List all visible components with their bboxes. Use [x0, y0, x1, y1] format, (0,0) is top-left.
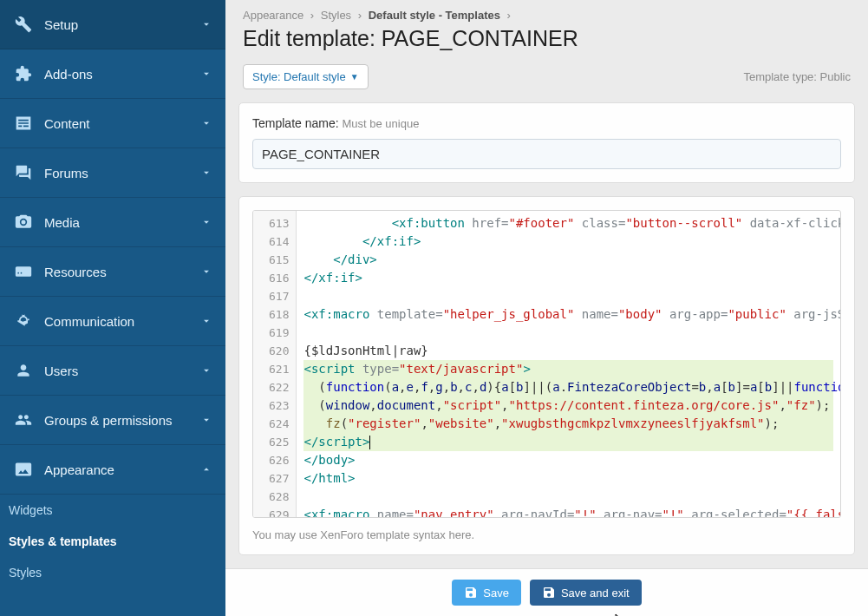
comments-icon — [13, 164, 34, 181]
chevron-down-icon — [200, 315, 212, 327]
sidebar: Setup Add-ons Content Forums Media Resou… — [0, 0, 225, 616]
code-line[interactable]: <xf:macro name="nav_entry" arg-navId="!"… — [303, 506, 833, 517]
nav-item-add-ons[interactable]: Add-ons — [0, 49, 225, 99]
footer-actions: Save Save and exit — [225, 568, 868, 616]
nav-item-resources[interactable]: Resources — [0, 247, 225, 297]
nav-subitem[interactable]: Widgets — [0, 495, 225, 526]
chevron-down-icon — [200, 117, 212, 129]
users-icon — [13, 411, 34, 429]
code-line[interactable]: </script> — [303, 433, 833, 451]
breadcrumb-link[interactable]: Appearance — [243, 9, 303, 22]
nav-item-setup[interactable]: Setup — [0, 0, 225, 49]
code-line[interactable]: (window,document,"script","https://conte… — [303, 396, 833, 415]
nav-label: Media — [44, 215, 200, 230]
code-line[interactable]: </xf:if> — [303, 269, 833, 287]
chevron-down-icon — [200, 414, 212, 426]
nav-label: Resources — [44, 265, 200, 279]
user-icon — [13, 362, 34, 379]
code-line[interactable]: (function(a,e,f,g,b,c,d){a[b]||(a.Fintez… — [303, 378, 833, 396]
save-button[interactable]: Save — [452, 580, 521, 606]
save-exit-button[interactable]: Save and exit — [530, 580, 642, 606]
nav-label: Content — [44, 116, 200, 131]
wrench-icon — [13, 16, 34, 33]
code-line[interactable] — [303, 324, 833, 342]
editor-panel: 6136146156166176186196206216226236246256… — [238, 196, 855, 555]
camera-icon — [13, 213, 34, 231]
main-content: Appearance › Styles › Default style - Te… — [225, 0, 868, 616]
nav-item-users[interactable]: Users — [0, 346, 225, 396]
breadcrumb: Appearance › Styles › Default style - Te… — [225, 0, 868, 26]
nav-label: Add-ons — [44, 67, 200, 82]
nav-label: Groups & permissions — [44, 413, 200, 428]
code-line[interactable]: fz("register","website","xwugbsthgcmkpzl… — [303, 415, 833, 433]
code-line[interactable] — [303, 488, 833, 506]
nav-subitem[interactable]: Styles — [0, 557, 225, 588]
image-icon — [13, 461, 34, 478]
template-type-label: Template type: Public — [743, 70, 851, 83]
news-icon — [13, 115, 34, 132]
chevron-down-icon — [200, 265, 212, 278]
code-editor[interactable]: 6136146156166176186196206216226236246256… — [252, 210, 841, 518]
nav-item-appearance[interactable]: Appearance — [0, 445, 225, 495]
nav-item-media[interactable]: Media — [0, 198, 225, 247]
nav-label: Communication — [44, 314, 200, 329]
nav-label: Setup — [44, 17, 200, 32]
nav-subitem[interactable]: Styles & templates — [0, 526, 225, 557]
code-line[interactable]: </xf:if> — [303, 233, 833, 251]
code-line[interactable]: <xf:button href="#footer" class="button-… — [303, 214, 833, 233]
chevron-up-icon — [200, 463, 212, 475]
code-area[interactable]: <xf:button href="#footer" class="button-… — [297, 211, 840, 517]
chevron-down-icon — [200, 68, 212, 80]
line-gutter: 6136146156166176186196206216226236246256… — [253, 211, 297, 517]
drive-icon — [13, 263, 34, 280]
nav-item-communication[interactable]: Communication — [0, 297, 225, 346]
breadcrumb-link[interactable]: Styles — [321, 9, 351, 22]
puzzle-icon — [13, 65, 34, 82]
code-line[interactable]: <xf:macro template="helper_js_global" na… — [303, 305, 833, 324]
save-icon — [464, 586, 478, 600]
save-icon — [542, 586, 556, 600]
caret-down-icon: ▼ — [350, 72, 359, 82]
chevron-down-icon — [200, 216, 212, 228]
editor-help-text: You may use XenForo template syntax here… — [252, 518, 841, 541]
nav-item-groups-permissions[interactable]: Groups & permissions — [0, 396, 225, 445]
nav-label: Users — [44, 364, 200, 378]
code-line[interactable]: {$ldJsonHtml|raw} — [303, 342, 833, 360]
code-line[interactable]: </div> — [303, 251, 833, 269]
style-selector[interactable]: Style: Default style ▼ — [243, 64, 369, 89]
code-line[interactable]: </html> — [303, 469, 833, 488]
breadcrumb-current: Default style — [369, 9, 435, 22]
page-title: Edit template: PAGE_CONTAINER — [225, 26, 868, 64]
name-panel: Template name: Must be unique — [238, 102, 855, 183]
chevron-down-icon — [200, 364, 212, 377]
template-name-label: Template name: Must be unique — [252, 116, 841, 130]
code-line[interactable] — [303, 287, 833, 305]
nav-item-forums[interactable]: Forums — [0, 148, 225, 198]
nav-label: Forums — [44, 166, 200, 180]
code-line[interactable]: </body> — [303, 451, 833, 469]
nav-item-content[interactable]: Content — [0, 99, 225, 148]
chevron-down-icon — [200, 18, 212, 30]
chevron-down-icon — [200, 167, 212, 179]
breadcrumb-link[interactable]: Templates — [446, 9, 500, 22]
nav-label: Appearance — [44, 462, 200, 477]
code-line[interactable]: <script type="text/javascript"> — [303, 360, 833, 378]
bullhorn-icon — [13, 312, 34, 330]
template-name-input[interactable] — [252, 139, 841, 169]
